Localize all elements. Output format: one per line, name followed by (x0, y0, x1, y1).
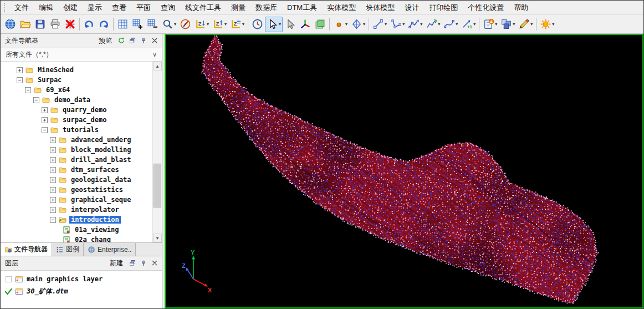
point-tool-icon[interactable]: ▾ (331, 17, 349, 32)
menu-item-6[interactable]: 查询 (156, 1, 180, 15)
dropdown-arrow-icon[interactable]: ▾ (438, 22, 440, 27)
preview-button[interactable]: 预览 (95, 35, 115, 47)
zoom-window-icon[interactable]: ▾ (160, 17, 178, 32)
tree-item[interactable]: −introduction (1, 215, 152, 225)
layer-display-icon[interactable] (313, 17, 328, 32)
expand-icon[interactable]: + (50, 137, 56, 143)
dropdown-arrow-icon[interactable]: ▾ (385, 22, 387, 27)
redo-icon[interactable] (96, 17, 111, 32)
expand-icon[interactable]: + (50, 187, 56, 193)
tree-item[interactable]: −69_x64 (1, 85, 152, 95)
tree-item[interactable]: −demo_data (1, 95, 152, 105)
menu-item-8[interactable]: 测量 (226, 1, 251, 15)
tree-item[interactable]: +surpac_demo (1, 115, 152, 125)
menu-item-12[interactable]: 块体模型 (361, 1, 400, 15)
zoom-in-icon[interactable] (130, 17, 145, 32)
save-icon[interactable] (33, 17, 48, 32)
menu-item-4[interactable]: 查看 (107, 1, 131, 15)
collapse-icon[interactable]: − (42, 127, 48, 133)
layer-row[interactable]: 30_矿体.dtm (1, 285, 162, 297)
undo-icon[interactable] (81, 17, 96, 32)
angle-tool-icon[interactable]: ▾ (389, 17, 406, 32)
extend-line-tool-icon[interactable]: +1▾ (459, 17, 477, 32)
close-panel-icon[interactable] (149, 258, 160, 269)
dropdown-arrow-icon[interactable]: ▾ (363, 22, 365, 27)
print-icon[interactable] (48, 17, 63, 32)
menu-item-3[interactable]: 显示 (83, 1, 107, 15)
dropdown-arrow-icon[interactable]: ▾ (513, 22, 515, 27)
tree-item[interactable]: +dtm_surfaces (1, 165, 152, 175)
menu-item-11[interactable]: 实体模型 (322, 1, 361, 15)
menu-item-16[interactable]: 帮助 (509, 1, 533, 15)
polyline-tool-icon[interactable]: ▾ (406, 17, 424, 32)
tree-scrollbar[interactable]: ▲ ▼ (152, 62, 162, 242)
tree-item[interactable]: +quarry_demo (1, 105, 152, 115)
orientation-axes-icon[interactable] (298, 17, 313, 32)
draw-tool-icon[interactable]: ▾ (517, 17, 534, 32)
refresh-timer-icon[interactable] (250, 17, 265, 32)
tab-file-navigator[interactable]: 文件导航器 (1, 243, 52, 256)
expand-icon[interactable]: + (50, 147, 56, 153)
tree-item[interactable]: −Surpac (1, 75, 152, 85)
select-mode-icon[interactable]: ▾ (265, 17, 283, 32)
collapse-icon[interactable]: − (33, 97, 39, 103)
dropdown-arrow-icon[interactable]: ▾ (495, 22, 497, 27)
dropdown-arrow-icon[interactable]: ▾ (456, 22, 458, 27)
tree-item[interactable]: +geological_data (1, 175, 152, 185)
file-filter-dropdown[interactable]: 所有文件（*.*） ∨ (1, 48, 162, 62)
dropdown-arrow-icon[interactable]: ▾ (242, 22, 244, 27)
expand-icon[interactable]: + (50, 157, 56, 163)
new-layer-button[interactable]: 新建 (106, 257, 126, 269)
bearing-tool-icon[interactable]: ▾ (424, 17, 442, 32)
expand-icon[interactable]: + (50, 177, 56, 183)
dropdown-arrow-icon[interactable]: ▾ (530, 22, 533, 27)
rotate-view-icon[interactable] (178, 17, 193, 32)
expand-icon[interactable]: + (50, 197, 56, 203)
tree-item[interactable]: 02a_chang (1, 235, 152, 242)
z-plane-icon[interactable]: Z▾ (228, 17, 246, 32)
zoom-extents-icon[interactable] (115, 17, 130, 32)
report-notes-icon[interactable]: 4▾ (481, 17, 499, 32)
layer-visible-check-icon[interactable] (4, 287, 13, 296)
float-panel-icon[interactable] (127, 258, 137, 269)
tab-legend[interactable]: 图例 (52, 243, 84, 256)
pointer-icon[interactable] (283, 17, 298, 32)
curve-tool-icon[interactable]: ▾ (442, 17, 459, 32)
dropdown-arrow-icon[interactable]: ▾ (345, 22, 347, 27)
display-settings-icon[interactable]: ▾ (538, 17, 556, 32)
dropdown-arrow-icon[interactable]: ▾ (420, 22, 422, 27)
z-up-icon[interactable]: Z▾ (211, 17, 228, 32)
menu-item-5[interactable]: 平面 (131, 1, 156, 15)
tree-item[interactable]: −tutorials (1, 125, 152, 135)
expand-icon[interactable]: + (17, 67, 23, 73)
menu-item-7[interactable]: 线文件工具 (180, 1, 226, 15)
solid-tool-icon[interactable]: ▾ (349, 17, 367, 32)
segment-tool-icon[interactable]: ▾ (371, 17, 389, 32)
scroll-track[interactable] (153, 70, 162, 234)
menu-item-0[interactable]: 文件 (9, 1, 34, 15)
window-tile-icon[interactable]: ▾ (499, 17, 517, 32)
3d-viewport[interactable]: Y Z X (165, 34, 643, 308)
pin-panel-icon[interactable] (138, 258, 149, 269)
scroll-thumb[interactable] (154, 164, 161, 207)
tree-item[interactable]: +MineSched (1, 65, 152, 75)
open-file-icon[interactable] (18, 17, 33, 32)
tree-item[interactable]: +advanced_underg (1, 135, 152, 145)
scroll-down-icon[interactable]: ▼ (153, 234, 162, 242)
menu-item-15[interactable]: 个性化设置 (463, 1, 509, 15)
tree-item[interactable]: 01a_viewing (1, 225, 152, 235)
expand-icon[interactable]: + (42, 117, 48, 123)
dropdown-arrow-icon[interactable]: ▾ (207, 22, 209, 27)
tree-item[interactable]: +geostatistics (1, 185, 152, 195)
collapse-icon[interactable]: − (50, 217, 56, 223)
layer-checkbox[interactable] (4, 275, 13, 284)
preview-refresh-icon[interactable] (116, 36, 126, 46)
work-directory-globe-icon[interactable] (3, 17, 18, 32)
menu-item-13[interactable]: 设计 (400, 1, 424, 15)
tree-item[interactable]: +drill_and_blast (1, 155, 152, 165)
dropdown-arrow-icon[interactable]: ▾ (552, 22, 554, 27)
float-panel-icon[interactable] (127, 36, 137, 46)
expand-icon[interactable]: + (42, 107, 48, 113)
pin-panel-icon[interactable] (138, 36, 149, 46)
menu-item-1[interactable]: 编辑 (34, 1, 58, 15)
